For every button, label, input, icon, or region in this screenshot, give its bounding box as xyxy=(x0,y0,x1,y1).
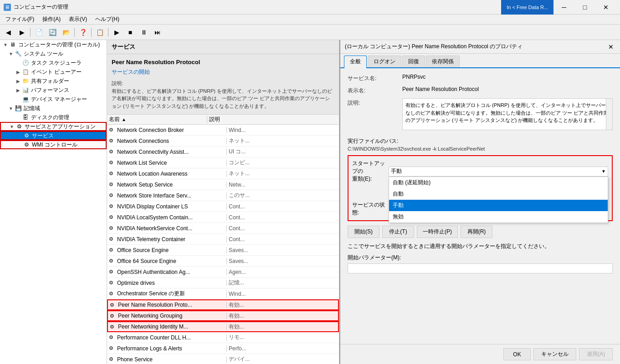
toolbar-back[interactable]: ◀ xyxy=(2,26,15,39)
tree-task-scheduler[interactable]: 🕐 タスク スケジューラ xyxy=(0,58,107,67)
tree-event-viewer[interactable]: ▶ 📋 イベント ビューアー xyxy=(0,67,107,76)
service-name-value: PNRPsvc xyxy=(402,74,613,80)
expand-icon3: ▶ xyxy=(15,79,22,84)
toolbar-refresh[interactable]: 🔄 xyxy=(46,26,59,39)
table-row[interactable]: ⚙Orchestrator Service の更新Wind... xyxy=(107,288,339,299)
service-row-icon: ⚙ xyxy=(107,137,115,145)
table-row[interactable]: ⚙Network Connectivity Assist...UI コ... xyxy=(107,147,339,157)
tab-logon[interactable]: ログオン xyxy=(368,56,401,67)
tree-device-manager[interactable]: 💻 デバイス マネージャー xyxy=(0,95,107,104)
dropdown-option-1[interactable]: 自動 xyxy=(389,188,608,200)
start-params-input[interactable] xyxy=(348,263,613,273)
table-row[interactable]: ⚙Performance Logs & AlertsPerfo... xyxy=(107,343,339,354)
table-row[interactable]: ⚙Network Setup ServiceNetw... xyxy=(107,179,339,190)
table-row[interactable]: ⚙Network List Serviceコンビ... xyxy=(107,157,339,168)
dialog-title-bar: (ローカル コンピューター) Peer Name Resolution Prot… xyxy=(340,40,620,54)
service-row-desc: Saves... xyxy=(227,247,339,253)
minimize-button[interactable]: ─ xyxy=(553,0,574,15)
maximize-button[interactable]: □ xyxy=(574,0,595,15)
tree-label: ディスクの管理 xyxy=(31,114,69,121)
table-row[interactable]: ⚙NVIDIA LocalSystem Contain...Cont... xyxy=(107,212,339,223)
tab-recovery[interactable]: 回復 xyxy=(402,56,425,67)
apply-button[interactable]: 適用(A) xyxy=(579,348,613,360)
start-button[interactable]: 開始(S) xyxy=(348,226,379,238)
tab-dependencies[interactable]: 依存関係 xyxy=(426,56,460,67)
startup-dropdown[interactable]: 手動 ▼ xyxy=(389,167,608,177)
tree-wmi[interactable]: ⚙ WMI コントロール xyxy=(0,140,107,149)
service-row-icon: ⚙ xyxy=(108,323,116,331)
dropdown-option-2[interactable]: 手動 xyxy=(389,200,608,211)
service-row-icon: ⚙ xyxy=(107,355,115,364)
toolbar-pause[interactable]: ⏸ xyxy=(138,26,150,39)
toolbar-play[interactable]: ▶ xyxy=(110,26,123,39)
tree-performance[interactable]: ▶ 📊 パフォーマンス xyxy=(0,86,107,95)
toolbar-list[interactable]: 📋 xyxy=(93,26,106,39)
app-icon: 🖥 xyxy=(4,4,11,11)
service-row-desc: このサ... xyxy=(227,192,339,199)
menu-action[interactable]: 操作(A) xyxy=(39,15,64,24)
stop-button[interactable]: 停止(T) xyxy=(382,226,414,238)
service-row-icon: ⚙ xyxy=(107,224,115,233)
service-start-link[interactable]: サービスの開始 xyxy=(112,68,334,76)
service-row-name: Office 64 Source Engine xyxy=(116,258,227,264)
resume-button[interactable]: 再開(R) xyxy=(461,226,492,238)
dialog-close-button[interactable]: ✕ xyxy=(606,42,615,51)
tree-label: サービスとアプリケーション xyxy=(25,123,96,131)
service-row-icon: ⚙ xyxy=(107,170,115,178)
dropdown-option-3[interactable]: 無効 xyxy=(389,211,608,222)
menu-help[interactable]: ヘルプ(H) xyxy=(92,15,123,24)
tab-general[interactable]: 全般 xyxy=(344,56,367,68)
dropdown-option-0[interactable]: 自動 (遅延開始) xyxy=(389,177,608,188)
table-row[interactable]: ⚙Optimize drives記憶... xyxy=(107,278,339,288)
table-row[interactable]: ⚙NVIDIA NetworkService Cont...Cont... xyxy=(107,223,339,234)
pause-button[interactable]: 一時停止(P) xyxy=(417,226,458,238)
middle-panel: サービス Peer Name Resolution Protocol サービスの… xyxy=(107,40,339,364)
toolbar-stop[interactable]: ■ xyxy=(124,26,137,39)
close-button[interactable]: ✕ xyxy=(595,0,616,15)
toolbar-doc[interactable]: 📄 xyxy=(32,26,45,39)
tree-label: WMI コントロール xyxy=(32,141,77,149)
tree-root[interactable]: ▼ 🖥 コンピューターの管理 (ローカル) xyxy=(0,40,107,49)
menu-bar: ファイル(F) 操作(A) 表示(V) ヘルプ(H) xyxy=(0,15,620,25)
tree-services-apps[interactable]: ▼ ⚙ サービスとアプリケーション xyxy=(0,122,107,131)
table-row[interactable]: ⚙Network Store Interface Serv...このサ... xyxy=(107,190,339,201)
table-row[interactable]: ⚙Network Connection BrokerWind... xyxy=(107,125,339,136)
menu-file[interactable]: ファイル(F) xyxy=(2,15,38,24)
tree-disk-management[interactable]: 🗄 ディスクの管理 xyxy=(0,113,107,122)
desc-scrollbar[interactable] xyxy=(606,99,612,130)
table-row[interactable]: ⚙Office 64 Source EngineSaves... xyxy=(107,256,339,267)
col-desc-header[interactable]: 説明 xyxy=(207,116,339,123)
toolbar-folder[interactable]: 📂 xyxy=(60,26,72,39)
cancel-button[interactable]: キャンセル xyxy=(533,348,576,360)
expand-icon: ▼ xyxy=(7,51,15,56)
service-row-name: Network Connectivity Assist... xyxy=(116,149,227,155)
toolbar-sep3 xyxy=(91,28,92,37)
ok-button[interactable]: OK xyxy=(503,348,531,360)
table-row[interactable]: ⚙NVIDIA Telemetry ContainerCont... xyxy=(107,234,339,245)
tree-shared-folders[interactable]: ▶ 📁 共有フォルダー xyxy=(0,76,107,86)
table-row[interactable]: ⚙Office Source EngineSaves... xyxy=(107,245,339,256)
tree-label: 記憶域 xyxy=(24,105,40,112)
table-row[interactable]: ⚙Network Location Awarenessネット... xyxy=(107,168,339,179)
table-row[interactable]: ⚙NVIDIA Display Container LSCont... xyxy=(107,201,339,212)
tree-system-tools[interactable]: ▼ 🔧 システム ツール xyxy=(0,49,107,58)
table-row[interactable]: ⚙Peer Name Resolution Proto...有効... xyxy=(107,299,339,310)
service-info-desc: 説明: 有効にすると、ピア名解決プロトコル (PNRP) を使用して、インターネ… xyxy=(112,80,334,110)
display-name-value: Peer Name Resolution Protocol xyxy=(402,86,613,92)
tree-storage[interactable]: ▼ 💾 記憶域 xyxy=(0,104,107,113)
description-label: 説明: xyxy=(348,98,402,107)
table-row[interactable]: ⚙Peer Networking Identity M...有効... xyxy=(107,321,339,332)
toolbar-forward[interactable]: ▶ xyxy=(15,26,28,39)
table-row[interactable]: ⚙Performance Counter DLL H...リモ... xyxy=(107,332,339,343)
tree-services[interactable]: ⚙ サービス xyxy=(0,131,107,140)
menu-view[interactable]: 表示(V) xyxy=(65,15,91,24)
col-name-header[interactable]: 名前 ▲ xyxy=(107,116,207,123)
table-row[interactable]: ⚙OpenSSH Authentication Ag...Agen... xyxy=(107,267,339,278)
expand-icon6: ▼ xyxy=(8,124,15,129)
service-row-desc: Agen... xyxy=(227,269,339,275)
table-row[interactable]: ⚙Peer Networking Grouping有効... xyxy=(107,310,339,321)
toolbar-help[interactable]: ❓ xyxy=(77,26,89,39)
toolbar-next[interactable]: ⏭ xyxy=(151,26,164,39)
table-row[interactable]: ⚙Phone Serviceデバイ... xyxy=(107,354,339,364)
table-row[interactable]: ⚙Network Connectionsネット... xyxy=(107,136,339,147)
